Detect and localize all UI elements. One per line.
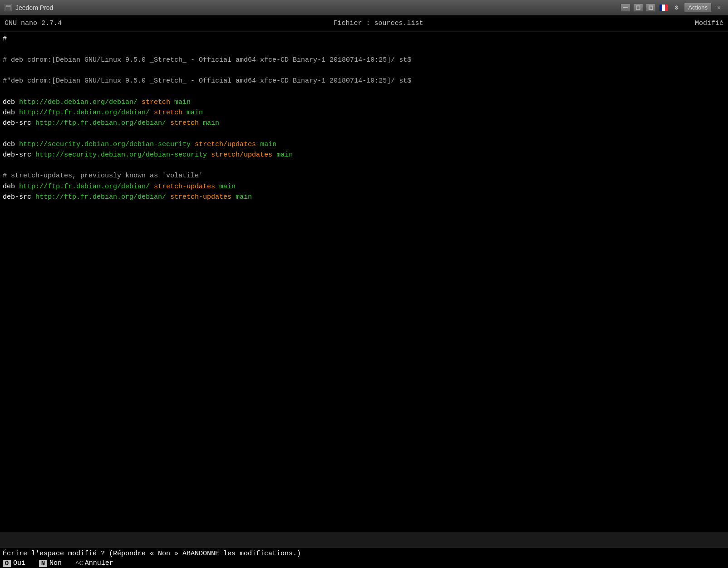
shortcut-label-non: Non [49,559,62,567]
nano-modified: Modifié [695,20,723,27]
editor-line: #"deb cdrom:[Debian GNU/Linux 9.5.0 _Str… [3,76,725,86]
editor-area[interactable]: # # deb cdrom:[Debian GNU/Linux 9.5.0 _S… [0,32,728,532]
editor-line: # stretch-updates, previously known as '… [3,171,725,181]
window-title: Jeedom Prod [15,4,53,11]
restore-button[interactable] [633,4,643,12]
actions-label: Actions [688,4,708,11]
editor-line: deb http://ftp.fr.debian.org/debian/ str… [3,108,725,118]
ctrl-c-symbol: ^C [75,560,83,567]
maximize-button[interactable] [646,4,656,12]
editor-line: # [3,34,725,44]
editor-line [3,65,725,76]
svg-rect-2 [623,7,628,8]
status-line: Écrire l'espace modifié ? (Répondre « No… [0,548,728,558]
editor-line: deb http://ftp.fr.debian.org/debian/ str… [3,181,725,192]
shortcut-key-o: O [3,560,11,567]
titlebar-left: Jeedom Prod [5,4,53,11]
close-button[interactable]: × [714,3,723,12]
editor-line [3,160,725,171]
actions-button[interactable]: Actions [684,3,712,12]
shortcut-annuler[interactable]: ^C Annuler [75,559,113,567]
editor-line [3,44,725,54]
svg-rect-3 [636,6,640,10]
svg-rect-7 [662,5,665,11]
svg-rect-8 [665,5,668,11]
minimize-button[interactable] [620,4,630,12]
editor-line [3,86,725,97]
shortcut-key-n: N [39,560,47,567]
nano-filename: Fichier : sources.list [62,20,695,27]
shortcut-label-annuler: Annuler [85,559,113,567]
nano-bottom: Écrire l'espace modifié ? (Répondre « No… [0,548,728,568]
window-icon [5,4,12,11]
svg-rect-5 [650,7,653,10]
editor-line: deb http://deb.debian.org/debian/ stretc… [3,97,725,108]
editor-line: deb http://security.debian.org/debian-se… [3,139,725,150]
shortcut-non[interactable]: N Non [39,559,62,567]
shortcut-label-oui: Oui [13,559,25,567]
editor-line: deb-src http://security.debian.org/debia… [3,150,725,160]
svg-rect-6 [659,5,662,11]
svg-rect-4 [649,6,653,10]
editor-line: deb-src http://ftp.fr.debian.org/debian/… [3,192,725,202]
shortcut-bar: O Oui N Non ^C Annuler [0,558,728,568]
gear-icon[interactable]: ⚙ [671,4,681,12]
titlebar: Jeedom Prod ⚙ Actions × [0,0,728,15]
nano-version: GNU nano 2.7.4 [5,20,62,27]
editor-line [3,128,725,139]
svg-rect-1 [6,5,10,7]
editor-line: deb-src http://ftp.fr.debian.org/debian/… [3,118,725,128]
nano-topbar: GNU nano 2.7.4 Fichier : sources.list Mo… [0,15,728,32]
titlebar-right: ⚙ Actions × [620,3,723,12]
flag-icon [659,4,669,12]
shortcut-oui[interactable]: O Oui [3,559,25,567]
editor-line: # deb cdrom:[Debian GNU/Linux 9.5.0 _Str… [3,55,725,65]
